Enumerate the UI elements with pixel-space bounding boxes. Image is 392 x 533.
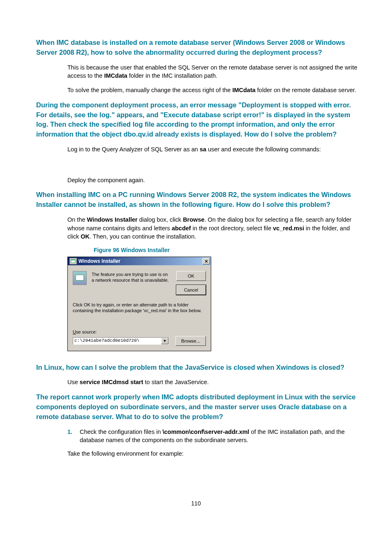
text: . Then, you can continue the installatio… [90,233,196,240]
paragraph: Log in to the Query Analyzer of SQL Serv… [67,145,357,154]
dialog-title: Windows Installer [78,258,203,264]
bold-text: IMCdata [232,87,255,93]
paragraph: On the Windows Installer dialog box, cli… [67,216,357,241]
bold-text: abcdef [172,225,191,232]
paragraph: Take the following environment for examp… [67,450,357,458]
text: dialog box, click [138,216,183,223]
bold-text: Browse [183,216,204,223]
bold-text: sa [200,146,206,153]
network-resource-icon [73,271,87,285]
dialog-note: Click OK to try again, or enter an alter… [73,302,206,314]
faq-heading-3: When installing IMC on a PC running Wind… [36,190,357,210]
source-path-value: c:\2941abe7adcd0e10d720\ [73,338,161,344]
text: To solve the problem, manually change th… [67,87,232,93]
dialog-message: The feature you are trying to use is on … [92,271,171,295]
chevron-down-icon[interactable]: ▼ [161,338,168,344]
bold-text: \common\conf\server-addr.xml [163,429,249,435]
source-path-combobox[interactable]: c:\2941abe7adcd0e10d720\ ▼ [73,337,169,345]
text: folder in the IMC installation path. [127,72,217,79]
svg-rect-1 [71,260,75,260]
paragraph: To solve the problem, manually change th… [67,86,357,95]
faq-heading-5: The report cannot work properly when IMC… [36,392,357,422]
ok-button[interactable]: OK [176,271,206,281]
use-source-label: Use source: [73,329,206,334]
text: On the [67,216,87,223]
close-icon[interactable]: ✕ [203,258,210,264]
faq-heading-4: In Linux, how can I solve the problem th… [36,363,357,373]
windows-installer-dialog: Windows Installer ✕ The feature you are … [67,257,211,351]
text: user and execute the following commands: [206,146,321,153]
bold-text: Windows Installer [87,216,138,223]
ordered-list-item: 1. Check the configuration files in \com… [67,428,357,445]
faq-heading-1: When IMC database is installed on a remo… [36,38,357,58]
text: Use [67,379,80,385]
faq-heading-2: During the component deployment process,… [36,100,357,140]
figure-caption: Figure 96 Windows Installer [94,247,357,253]
browse-button[interactable]: Browse... [175,336,206,346]
text: Check the configuration files in [80,429,163,435]
text: Log in to the Query Analyzer of SQL Serv… [67,146,200,153]
page-number: 110 [0,500,392,507]
paragraph: This is because the user that enabled th… [67,63,357,80]
list-number: 1. [67,428,80,445]
bold-text: IMCdata [104,72,127,79]
paragraph: Deploy the component again. [67,176,357,185]
code-placeholder [67,160,357,170]
cancel-button[interactable]: Cancel [176,285,206,295]
text: folder on the remote database server. [256,87,356,93]
installer-icon [69,258,77,264]
bold-text: service IMCdmsd start [80,379,143,385]
paragraph: Use service IMCdmsd start to start the J… [67,378,357,387]
text: in the root directory, select file [191,225,273,232]
bold-text: OK [81,233,90,240]
text: to start the JavaService. [143,379,209,385]
bold-text: vc_red.msi [273,225,304,232]
dialog-titlebar: Windows Installer ✕ [68,257,211,265]
